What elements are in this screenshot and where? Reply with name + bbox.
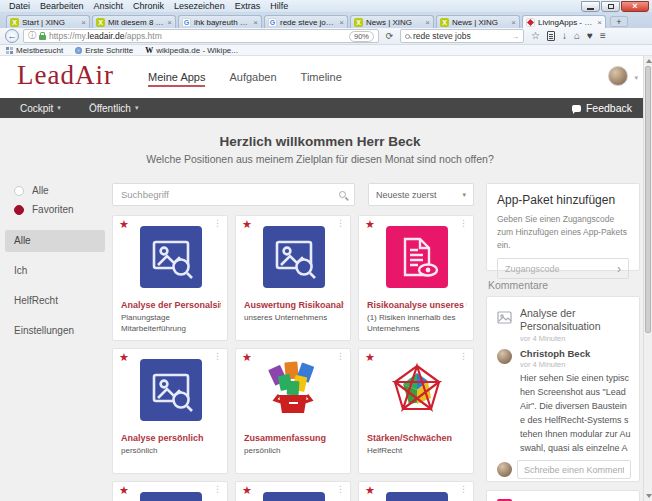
favorite-star-icon[interactable]: ★ [242,485,252,496]
avatar-chevron-down-icon[interactable]: ▾ [634,74,638,82]
app-tile-image-icon[interactable] [140,226,202,288]
browser-tab[interactable]: G rede steve jobs - Go... × [264,15,348,28]
feedback-button[interactable]: Feedback [572,102,632,114]
zugangscode-input[interactable] [505,264,617,274]
app-card-risikoanalyse[interactable]: ★ ⋮ Risikoanalyse unseres U... (1) Risik… [358,215,474,341]
zugangscode-field[interactable]: › [497,258,629,279]
browser-tab[interactable]: G ihk bayreuth digitali... × [178,15,262,28]
submit-arrow-icon[interactable]: › [617,263,621,275]
scroll-down-icon[interactable] [645,492,652,500]
card-menu-icon[interactable]: ⋮ [459,352,468,361]
favorite-star-icon[interactable]: ★ [365,485,375,496]
favorite-star-icon[interactable]: ★ [365,219,375,230]
downloads-icon[interactable]: ↓ [562,31,567,41]
bookmark-meistbesucht[interactable]: Meistbesucht [6,46,63,55]
new-tab-button[interactable]: + [610,16,628,27]
menu-extras[interactable]: Extras [230,1,266,11]
tab-close-icon[interactable]: × [597,18,602,27]
menu-datei[interactable]: Datei [4,1,35,11]
card-menu-icon[interactable]: ⋮ [213,219,222,228]
url-bar[interactable]: ⓘ https://my.leadair.de/apps.htm 90% [23,29,379,43]
browser-search-box[interactable]: → [400,29,524,43]
app-card-staerken-schwaechen[interactable]: ★ ⋮ Stär [358,348,474,474]
tab-close-icon[interactable]: × [253,18,258,27]
app-tile-image-icon[interactable] [140,492,202,501]
card-menu-icon[interactable]: ⋮ [459,219,468,228]
browser-tab[interactable]: X News | XING × [436,15,520,28]
info-icon[interactable]: ⓘ [28,32,36,40]
minimize-button[interactable] [581,1,600,12]
tab-close-icon[interactable]: × [339,18,344,27]
card-menu-icon[interactable]: ⋮ [213,485,222,494]
scrollbar-thumb[interactable] [645,66,651,333]
app-tile-pentagon-chart-icon[interactable] [386,359,448,421]
tab-close-icon[interactable]: × [81,18,86,27]
scrollbar[interactable] [643,56,652,501]
app-search-field[interactable] [112,183,355,206]
comment-app-title[interactable]: Analyse der Personalsituation [520,307,631,333]
app-card-auswertung-risikoanalyse[interactable]: ★ ⋮ Auswertung Risikoanalyse unseres Unt… [235,215,351,341]
zoom-level-badge[interactable]: 90% [349,31,374,42]
browser-tab[interactable]: X News | XING × [350,15,434,28]
bookmark-wikipedia[interactable]: Wwikipedia.de - Wikipe... [145,46,238,55]
sort-dropdown[interactable]: Neueste zuerst ▾ [368,183,474,206]
card-menu-icon[interactable]: ⋮ [336,485,345,494]
app-search-input[interactable] [121,189,339,200]
tab-aufgaben[interactable]: Aufgaben [229,67,276,87]
app-tile-image-icon[interactable] [386,492,448,501]
card-menu-icon[interactable]: ⋮ [213,352,222,361]
sidebar-item-helfrecht[interactable]: HelfRecht [5,290,105,312]
bookmark-erste-schritte[interactable]: Erste Schritte [75,46,133,55]
filter-alle-radio[interactable]: Alle [14,185,49,196]
app-tile-image-icon[interactable] [263,492,325,501]
app-tile-box-papers-icon[interactable] [263,359,325,421]
oeffentlich-dropdown[interactable]: Öffentlich▾ [89,103,139,114]
app-tile-document-eye-icon[interactable] [386,226,448,288]
app-tile-image-icon[interactable] [140,359,202,421]
app-card[interactable]: ★ ⋮ [235,481,351,501]
app-card-analyse-personalsituation[interactable]: ★ ⋮ Analyse der Personalsitu... Planungs… [112,215,228,341]
favorite-star-icon[interactable]: ★ [119,352,129,363]
favorite-star-icon[interactable]: ★ [119,485,129,496]
lock-icon[interactable] [39,35,46,40]
sidebar-item-einstellungen[interactable]: Einstellungen [5,320,105,342]
app-card-analyse-persoenlich[interactable]: ★ ⋮ Analyse persönlich persönlich [112,348,228,474]
favorite-star-icon[interactable]: ★ [365,352,375,363]
favorite-star-icon[interactable]: ★ [119,219,129,230]
back-button[interactable]: ← [5,29,19,43]
app-card[interactable]: ★ ⋮ [358,481,474,501]
tab-timeline[interactable]: Timeline [301,67,342,87]
bookmark-star-icon[interactable]: ☆ [531,31,540,41]
tab-close-icon[interactable]: × [425,18,430,27]
home-icon[interactable]: ⌂ [574,31,580,41]
card-menu-icon[interactable]: ⋮ [459,485,468,494]
scroll-up-icon[interactable] [645,57,652,65]
browser-tab[interactable]: X Start | XING × [6,15,90,28]
commenter-name[interactable]: Christoph Beck [520,348,590,359]
favorite-star-icon[interactable]: ★ [242,352,252,363]
favorite-star-icon[interactable]: ★ [242,219,252,230]
browser-tab[interactable]: X Mit diesem 8 Tipps p... × [92,15,176,28]
tab-close-icon[interactable]: × [167,18,172,27]
app-card[interactable]: ★ ⋮ [112,481,228,501]
browser-search-input[interactable] [413,31,508,41]
filter-favoriten-radio[interactable]: Favoriten [14,204,74,215]
comment-input[interactable] [524,465,624,475]
tab-close-icon[interactable]: × [511,18,516,27]
pocket-icon[interactable]: ♥ [587,31,593,41]
reload-button[interactable]: ⟳ [383,30,396,43]
user-avatar[interactable] [608,66,628,86]
cockpit-dropdown[interactable]: Cockpit▾ [20,103,61,114]
tab-meine-apps[interactable]: Meine Apps [148,67,205,87]
card-menu-icon[interactable]: ⋮ [336,219,345,228]
menu-lesezeichen[interactable]: Lesezeichen [169,1,230,11]
close-window-button[interactable]: × [621,1,649,12]
restore-button[interactable] [601,1,620,12]
browser-tab-active[interactable]: LivingApps - Meine ... × [522,15,606,28]
menu-hilfe[interactable]: Hilfe [265,1,293,11]
menu-chronik[interactable]: Chronik [128,1,169,11]
menu-bearbeiten[interactable]: Bearbeiten [35,1,89,11]
search-go-icon[interactable]: → [511,32,519,41]
card-menu-icon[interactable]: ⋮ [336,352,345,361]
sidebar-item-alle[interactable]: Alle [5,230,105,252]
